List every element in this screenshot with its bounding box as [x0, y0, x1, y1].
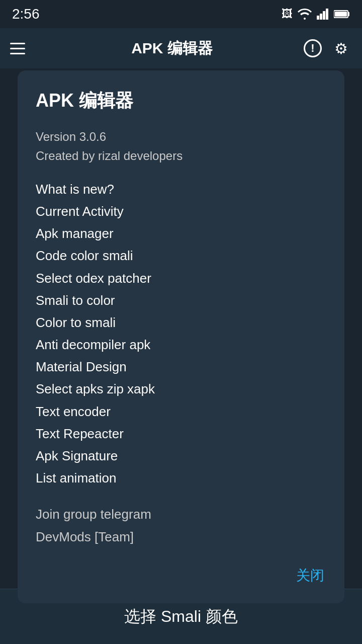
signal-icon: [317, 9, 329, 20]
warning-button[interactable]: !: [302, 37, 324, 59]
list-item-current-activity[interactable]: Current Activity: [36, 200, 326, 222]
status-bar: 2:56 🖼: [0, 0, 362, 28]
list-item-what-is-new[interactable]: What is new?: [36, 178, 326, 200]
list-item-select-apks-zip[interactable]: Select apks zip xapk: [36, 378, 326, 400]
list-item-material-design[interactable]: Material Design: [36, 356, 326, 378]
settings-button[interactable]: ⚙: [330, 37, 352, 59]
hamburger-line-1: [10, 43, 25, 44]
gear-icon: ⚙: [334, 40, 348, 57]
dialog-title: APK 编辑器: [36, 89, 326, 113]
about-dialog: APK 编辑器 Version 3.0.6 Created by rizal d…: [18, 70, 344, 603]
app-bar-title: APK 编辑器: [42, 38, 302, 59]
wifi-icon: [298, 9, 312, 20]
status-time: 2:56: [12, 6, 40, 22]
warning-circle-icon: !: [304, 39, 322, 57]
status-icons: 🖼: [282, 8, 350, 21]
dialog-footer: Join group telegram DevMods [Team]: [36, 503, 326, 547]
list-item-list-animation[interactable]: List animation: [36, 467, 326, 489]
list-item-anti-decompiler[interactable]: Anti decompiler apk: [36, 334, 326, 356]
bottom-button-label: 选择 Smali 颜色: [124, 606, 238, 628]
hamburger-line-2: [10, 48, 25, 49]
dialog-actions: 关闭: [36, 562, 326, 589]
svg-rect-1: [320, 14, 322, 20]
list-item-code-color-smali[interactable]: Code color smali: [36, 245, 326, 267]
app-bar: APK 编辑器 ! ⚙: [0, 28, 362, 68]
list-item-smali-to-color[interactable]: Smali to color: [36, 289, 326, 311]
battery-icon: [334, 10, 350, 19]
list-item-text-encoder[interactable]: Text encoder: [36, 400, 326, 423]
svg-rect-3: [326, 9, 328, 20]
svg-rect-5: [348, 12, 349, 16]
dialog-overlay: APK 编辑器 Version 3.0.6 Created by rizal d…: [0, 70, 362, 603]
version-text: Version 3.0.6: [36, 130, 106, 143]
list-item-color-to-smali[interactable]: Color to smali: [36, 311, 326, 334]
list-item-text-repeacter[interactable]: Text Repeacter: [36, 423, 326, 445]
join-telegram-text: Join group telegram: [36, 507, 151, 522]
hamburger-menu-button[interactable]: [10, 36, 34, 60]
app-bar-actions: ! ⚙: [302, 37, 352, 59]
hamburger-line-3: [10, 53, 25, 54]
devmods-team-text: DevMods [Team]: [36, 529, 134, 544]
list-item-apk-signature[interactable]: Apk Signature: [36, 445, 326, 467]
dialog-version-info: Version 3.0.6 Created by rizal developer…: [36, 127, 326, 166]
list-item-apk-manager[interactable]: Apk manager: [36, 222, 326, 245]
list-item-select-odex-patcher[interactable]: Select odex patcher: [36, 267, 326, 289]
close-button[interactable]: 关闭: [294, 562, 326, 589]
svg-rect-6: [335, 12, 347, 17]
svg-rect-2: [323, 11, 325, 20]
dialog-menu-list: What is new? Current Activity Apk manage…: [36, 178, 326, 490]
photo-icon: 🖼: [282, 8, 293, 21]
created-by-text: Created by rizal developers: [36, 149, 183, 163]
svg-rect-0: [317, 16, 319, 20]
